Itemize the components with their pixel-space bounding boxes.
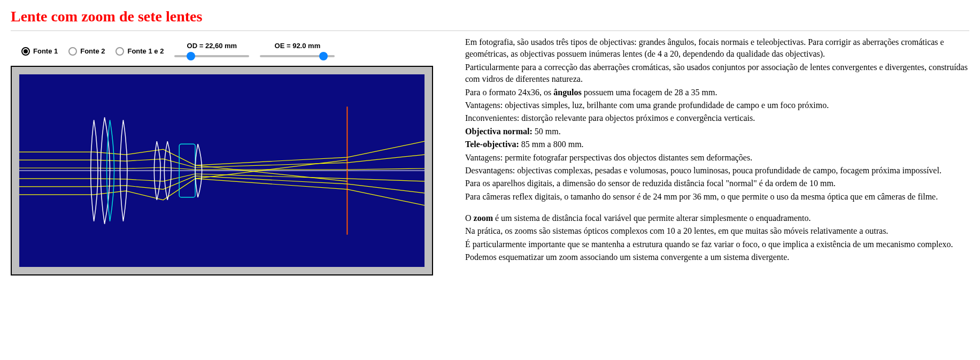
- para: Vantagens: permite fotografar perspectiv…: [465, 152, 969, 164]
- radio-icon: [115, 47, 124, 56]
- para: Vantagens: objectivas simples, luz, bril…: [465, 99, 969, 111]
- para: Na prática, os zooms são sistemas óptico…: [465, 225, 969, 237]
- para: Para o formato 24x36, os ângulos possuem…: [465, 87, 969, 98]
- description-text: Em fotografia, são usados três tipos de …: [465, 36, 969, 275]
- para: Inconvenientes: distorção relevante para…: [465, 112, 969, 124]
- source-radios: Fonte 1 Fonte 2 Fonte 1 e 2: [21, 47, 164, 56]
- para: O zoom é um sistema de distância focal v…: [465, 212, 969, 224]
- radio-label: Fonte 1: [33, 47, 58, 55]
- controls-bar: Fonte 1 Fonte 2 Fonte 1 e 2 OD = 22,60 m…: [21, 42, 446, 60]
- para: É particularmente importante que se mant…: [465, 239, 969, 250]
- radio-icon: [21, 47, 30, 56]
- slider-od-label: OD = 22,60 mm: [187, 42, 237, 50]
- para: Para câmeras reflex digitais, o tamanho …: [465, 191, 969, 203]
- para: Desvantagens: objectivas complexas, pesa…: [465, 165, 969, 177]
- radio-label: Fonte 1 e 2: [127, 47, 164, 55]
- slider-od-track[interactable]: [174, 52, 249, 60]
- para: Tele-objectiva: 85 mm a 800 mm.: [465, 139, 969, 150]
- divider: [11, 30, 969, 31]
- optics-canvas[interactable]: [19, 74, 425, 267]
- page-title: Lente com zoom de sete lentes: [11, 8, 969, 25]
- radio-fonte-2[interactable]: Fonte 2: [68, 47, 105, 56]
- para: Particularmente para a correcção das abe…: [465, 62, 969, 86]
- para: Objectiva normal: 50 mm.: [465, 126, 969, 137]
- radio-fonte-1-2[interactable]: Fonte 1 e 2: [115, 47, 164, 56]
- radio-fonte-1[interactable]: Fonte 1: [21, 47, 58, 56]
- slider-oe-track[interactable]: [260, 52, 335, 60]
- simulation-frame: [11, 66, 433, 275]
- radio-icon: [68, 47, 77, 56]
- radio-label: Fonte 2: [80, 47, 105, 55]
- slider-oe: OE = 92.0 mm: [260, 42, 335, 60]
- slider-oe-label: OE = 92.0 mm: [275, 42, 321, 50]
- slider-od: OD = 22,60 mm: [174, 42, 249, 60]
- para: Para os aparelhos digitais, a dimensão d…: [465, 178, 969, 189]
- para: Podemos esquematizar um zoom associando …: [465, 251, 969, 263]
- para: Em fotografia, são usados três tipos de …: [465, 36, 969, 60]
